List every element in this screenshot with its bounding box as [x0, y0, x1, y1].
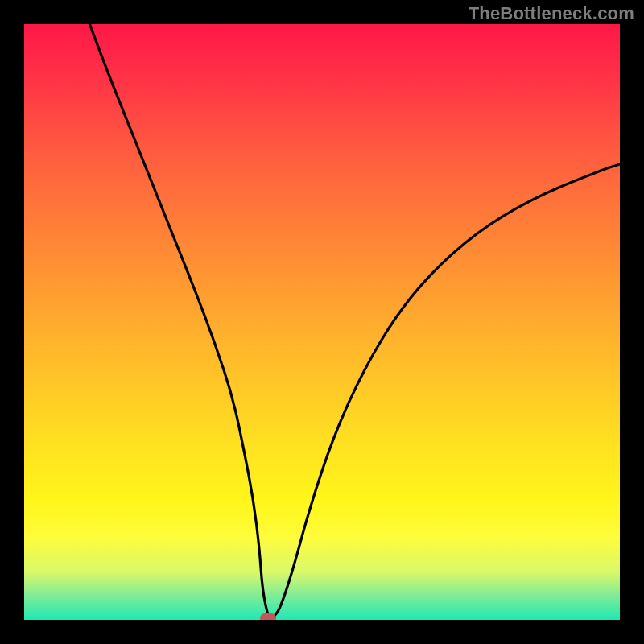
watermark-text: TheBottleneck.com — [469, 3, 634, 24]
minimum-marker — [260, 613, 276, 620]
bottleneck-curve — [89, 24, 620, 618]
plot-area — [24, 24, 620, 620]
curve-svg — [24, 24, 620, 620]
chart-frame: TheBottleneck.com — [0, 0, 644, 644]
